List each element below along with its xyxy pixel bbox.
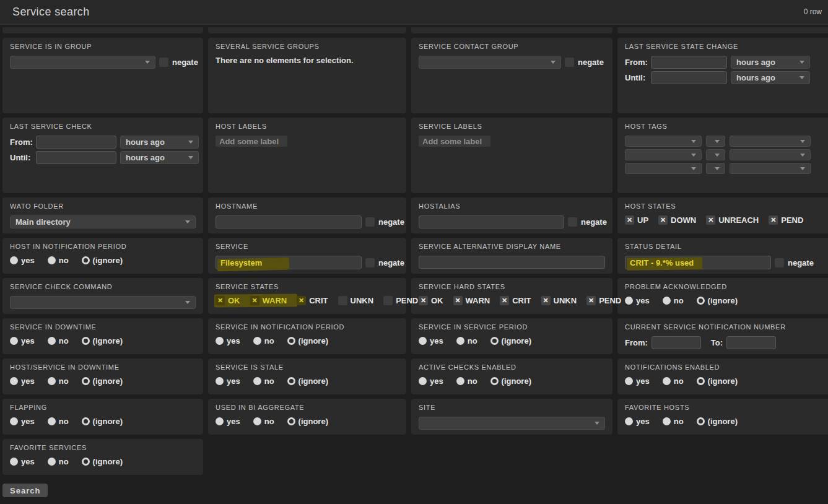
hard-state-warn[interactable]: ✕ WARN <box>453 296 490 305</box>
negate-checkbox[interactable] <box>365 217 375 227</box>
host-state-up[interactable]: ✕ UP <box>625 215 648 225</box>
last-check-until-unit-select[interactable]: hours ago <box>120 151 199 164</box>
negate-checkbox[interactable] <box>775 258 784 267</box>
radio-icon <box>663 297 671 305</box>
radio-yes[interactable]: yes <box>10 417 35 426</box>
hostname-input[interactable] <box>216 215 362 228</box>
radio-yes[interactable]: yes <box>419 376 443 386</box>
last-check-from-unit-select[interactable]: hours ago <box>120 136 199 149</box>
site-select[interactable] <box>419 417 605 430</box>
negate-checkbox[interactable] <box>568 217 577 227</box>
host-labels-input[interactable]: Add some label <box>216 136 287 147</box>
radio-ignore[interactable]: (ignore) <box>82 336 123 345</box>
negate-checkbox[interactable] <box>565 58 574 67</box>
service-state-ok[interactable]: ✕ OK <box>216 296 240 305</box>
radio-ignore[interactable]: (ignore) <box>82 457 123 466</box>
service-input[interactable]: Filesystem <box>216 256 362 269</box>
host-tag-operator-select[interactable] <box>625 149 702 160</box>
status-detail-input[interactable]: CRIT - 9.*% used <box>625 256 771 269</box>
radio-selected-icon <box>490 377 499 385</box>
filter-card-service-is-in-group: SERVICE IS IN GROUP negate <box>2 38 203 113</box>
radio-no[interactable]: no <box>253 417 274 426</box>
state-change-from-unit-select[interactable]: hours ago <box>731 56 810 69</box>
radio-no[interactable]: no <box>663 296 684 305</box>
chevron-down-icon <box>691 154 696 157</box>
radio-ignore[interactable]: (ignore) <box>82 417 123 426</box>
radio-ignore[interactable]: (ignore) <box>490 336 531 345</box>
radio-yes[interactable]: yes <box>10 457 35 466</box>
radio-no[interactable]: no <box>456 336 477 345</box>
host-state-pend[interactable]: ✕ PEND <box>769 215 803 225</box>
negate-checkbox[interactable] <box>159 58 168 67</box>
radio-icon <box>456 337 464 345</box>
state-change-from-input[interactable] <box>651 56 727 69</box>
no-elements-text: There are no elements for selection. <box>216 56 399 65</box>
radio-no[interactable]: no <box>253 376 274 386</box>
radio-ignore[interactable]: (ignore) <box>697 296 738 305</box>
host-tag-match-select[interactable] <box>706 136 725 147</box>
checkbox-checked-icon: ✕ <box>658 215 668 225</box>
radio-ignore[interactable]: (ignore) <box>82 376 123 386</box>
service-state-unkn[interactable]: UNKN <box>338 296 374 305</box>
wato-folder-select[interactable]: Main directory <box>10 215 196 228</box>
radio-ignore[interactable]: (ignore) <box>697 376 738 386</box>
radio-no[interactable]: no <box>663 417 684 426</box>
host-tag-operator-select[interactable] <box>625 163 702 174</box>
radio-yes[interactable]: yes <box>625 296 650 305</box>
host-tag-value-select[interactable] <box>730 163 811 174</box>
radio-ignore[interactable]: (ignore) <box>82 256 123 265</box>
negate-checkbox[interactable] <box>365 258 375 267</box>
hard-state-ok[interactable]: ✕ OK <box>419 296 443 305</box>
host-tag-match-select[interactable] <box>706 163 725 174</box>
service-group-select[interactable] <box>10 56 155 69</box>
hostalias-input[interactable] <box>419 215 564 228</box>
hard-state-pend[interactable]: ✕ PEND <box>586 296 621 305</box>
host-tag-match-select[interactable] <box>706 149 725 160</box>
service-state-crit[interactable]: ✕ CRIT <box>297 296 328 305</box>
last-check-until-input[interactable] <box>36 151 116 164</box>
last-check-from-input[interactable] <box>36 136 116 149</box>
radio-ignore[interactable]: (ignore) <box>490 376 531 386</box>
card-title: SERVICE IN DOWNTIME <box>10 323 196 331</box>
radio-yes[interactable]: yes <box>10 256 35 265</box>
radio-ignore[interactable]: (ignore) <box>287 336 328 345</box>
radio-yes[interactable]: yes <box>625 417 650 426</box>
notification-number-to-input[interactable] <box>726 336 776 349</box>
radio-yes[interactable]: yes <box>216 376 240 386</box>
radio-yes[interactable]: yes <box>216 336 240 345</box>
radio-no[interactable]: no <box>48 457 69 466</box>
radio-yes[interactable]: yes <box>216 417 240 426</box>
host-tag-value-select[interactable] <box>730 136 811 147</box>
notification-number-from-input[interactable] <box>652 336 701 349</box>
radio-no[interactable]: no <box>456 376 477 386</box>
radio-ignore[interactable]: (ignore) <box>287 417 328 426</box>
radio-no[interactable]: no <box>48 336 69 345</box>
select-value: Main directory <box>15 217 71 227</box>
service-state-pend[interactable]: PEND <box>383 296 418 305</box>
hard-state-unkn[interactable]: ✕ UNKN <box>541 296 577 305</box>
search-button[interactable]: Search <box>2 484 48 497</box>
radio-yes[interactable]: yes <box>10 336 35 345</box>
radio-no[interactable]: no <box>663 376 684 386</box>
service-contact-group-select[interactable] <box>419 56 561 69</box>
radio-yes[interactable]: yes <box>625 376 650 386</box>
service-check-command-select[interactable] <box>10 296 196 309</box>
host-tag-operator-select[interactable] <box>625 136 702 147</box>
service-alt-display-name-input[interactable] <box>419 256 605 269</box>
radio-no[interactable]: no <box>48 376 69 386</box>
service-labels-input[interactable]: Add some label <box>419 136 490 147</box>
radio-ignore[interactable]: (ignore) <box>287 376 328 386</box>
state-change-until-unit-select[interactable]: hours ago <box>731 71 810 84</box>
host-tag-value-select[interactable] <box>730 149 811 160</box>
radio-yes[interactable]: yes <box>10 376 35 386</box>
hard-state-crit[interactable]: ✕ CRIT <box>500 296 531 305</box>
radio-no[interactable]: no <box>48 256 69 265</box>
service-state-warn[interactable]: ✕ WARN <box>250 296 287 305</box>
state-change-until-input[interactable] <box>651 71 727 84</box>
radio-yes[interactable]: yes <box>419 336 443 345</box>
radio-no[interactable]: no <box>48 417 69 426</box>
radio-no[interactable]: no <box>253 336 274 345</box>
radio-ignore[interactable]: (ignore) <box>697 417 738 426</box>
host-state-unreach[interactable]: ✕ UNREACH <box>706 215 759 225</box>
host-state-down[interactable]: ✕ DOWN <box>658 215 696 225</box>
